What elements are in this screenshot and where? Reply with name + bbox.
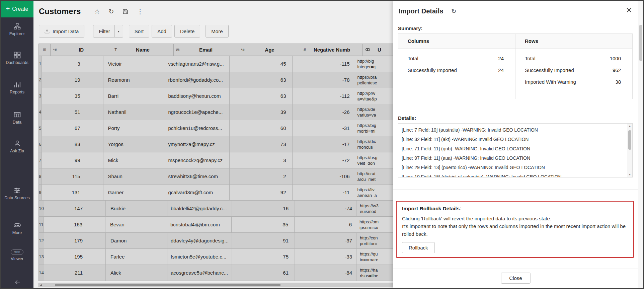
id-cell[interactable]: 3 bbox=[42, 56, 103, 72]
row-number-cell[interactable]: 1 bbox=[38, 56, 42, 72]
email-cell[interactable]: fsmieton5e@youtube.c... bbox=[167, 249, 232, 265]
name-cell[interactable]: Porty bbox=[103, 120, 165, 136]
age-cell[interactable]: 75 bbox=[232, 249, 295, 265]
sidebar-item-reports[interactable]: Reports bbox=[1, 81, 33, 95]
row-number-cell[interactable]: 8 bbox=[38, 168, 42, 185]
email-cell[interactable]: bcristobal4i@ibm.com bbox=[167, 217, 232, 233]
email-cell[interactable]: ngroucock1e@apache... bbox=[165, 104, 230, 120]
filter-button[interactable]: Filter ▾ bbox=[93, 25, 123, 38]
name-cell[interactable]: Alick bbox=[106, 265, 167, 281]
import-data-button[interactable]: Import Data bbox=[39, 25, 84, 38]
negative-numb-cell[interactable]: -112 bbox=[293, 88, 354, 104]
negative-numb-cell[interactable]: -74 bbox=[295, 201, 356, 217]
age-cell[interactable]: 2 bbox=[230, 168, 293, 185]
more-button[interactable]: More bbox=[206, 25, 228, 38]
negative-numb-cell[interactable]: -26 bbox=[293, 104, 354, 120]
negative-numb-cell[interactable]: -6 bbox=[295, 217, 356, 233]
name-cell[interactable]: Victoir bbox=[103, 56, 165, 72]
negative-numb-cell[interactable]: -37 bbox=[295, 233, 356, 249]
id-cell[interactable]: 211 bbox=[44, 265, 106, 281]
name-cell[interactable]: Buckie bbox=[106, 201, 167, 217]
sidebar-item-dashboards[interactable]: Dashboards bbox=[1, 52, 33, 65]
id-cell[interactable]: 115 bbox=[42, 168, 103, 185]
favorite-star-icon[interactable]: ☆ bbox=[94, 8, 100, 15]
email-cell[interactable]: rbenfordi@godaddy.co... bbox=[165, 72, 230, 88]
age-cell[interactable]: 63 bbox=[230, 88, 293, 104]
sidebar-item-explorer[interactable]: Explorer bbox=[1, 23, 33, 37]
name-cell[interactable]: Mick bbox=[103, 152, 165, 168]
select-all-cell[interactable]: ⊞ bbox=[38, 44, 51, 56]
id-cell[interactable]: 51 bbox=[42, 104, 103, 120]
scroll-left-icon[interactable]: ◀ bbox=[40, 284, 42, 287]
age-cell[interactable]: 60 bbox=[230, 120, 293, 136]
close-button[interactable]: Close bbox=[501, 273, 530, 284]
age-cell[interactable]: 61 bbox=[232, 265, 295, 281]
negative-numb-cell[interactable]: -84 bbox=[295, 265, 356, 281]
details-scrollbar[interactable]: ▲ ▼ bbox=[627, 124, 632, 177]
rollback-button[interactable]: Rollback bbox=[402, 242, 435, 253]
email-cell[interactable]: gcalvard3m@ft.com bbox=[165, 185, 230, 201]
name-cell[interactable]: Damon bbox=[106, 233, 167, 249]
sidebar-item-data[interactable]: Data bbox=[1, 111, 33, 125]
row-number-cell[interactable]: 4 bbox=[38, 104, 42, 120]
sort-button[interactable]: Sort bbox=[129, 25, 150, 38]
email-cell[interactable]: pchicken1u@redcross... bbox=[165, 120, 230, 136]
name-cell[interactable]: Farlee bbox=[106, 249, 167, 265]
row-number-cell[interactable]: 9 bbox=[38, 185, 42, 201]
negative-numb-cell[interactable]: -72 bbox=[293, 152, 354, 168]
row-number-cell[interactable]: 10 bbox=[38, 201, 44, 217]
row-number-cell[interactable]: 14 bbox=[38, 265, 44, 281]
age-cell[interactable]: 73 bbox=[230, 136, 293, 152]
id-cell[interactable]: 147 bbox=[44, 201, 106, 217]
row-number-cell[interactable]: 5 bbox=[38, 120, 42, 136]
id-cell[interactable]: 163 bbox=[44, 217, 105, 233]
save-icon[interactable] bbox=[123, 9, 128, 14]
sidebar-item-ask-zia[interactable]: Ask Zia bbox=[1, 140, 33, 154]
age-cell[interactable]: 16 bbox=[232, 201, 295, 217]
viewer-toggle[interactable]: OFF bbox=[11, 249, 23, 255]
column-header-negative-numb[interactable]: #Negative Numb bbox=[301, 44, 363, 56]
name-cell[interactable]: Garner bbox=[103, 185, 165, 201]
row-number-cell[interactable]: 6 bbox=[38, 136, 42, 152]
name-cell[interactable]: Bevan bbox=[105, 217, 167, 233]
name-cell[interactable]: Yorgos bbox=[103, 136, 165, 152]
id-cell[interactable]: 131 bbox=[42, 185, 103, 201]
scroll-up-icon[interactable]: ▲ bbox=[627, 125, 632, 128]
negative-numb-cell[interactable]: -17 bbox=[293, 136, 354, 152]
horizontal-scroll-thumb[interactable] bbox=[55, 284, 280, 286]
name-cell[interactable]: Reamonn bbox=[103, 72, 165, 88]
email-cell[interactable]: vschlagtmans2@nsw.g... bbox=[165, 56, 230, 72]
kebab-menu-icon[interactable]: ⋮ bbox=[137, 8, 143, 15]
id-cell[interactable]: 179 bbox=[44, 233, 106, 249]
row-number-cell[interactable]: 13 bbox=[38, 249, 44, 265]
email-cell[interactable]: strewhitt36@time.com bbox=[165, 168, 230, 185]
negative-numb-cell[interactable]: -115 bbox=[293, 56, 354, 72]
add-button[interactable]: Add bbox=[152, 25, 172, 38]
column-header-id[interactable]: ⁺#ID bbox=[51, 44, 112, 56]
name-cell[interactable]: Nathanil bbox=[103, 104, 165, 120]
id-cell[interactable]: 35 bbox=[42, 88, 103, 104]
row-number-cell[interactable]: 7 bbox=[38, 152, 42, 168]
row-number-cell[interactable]: 12 bbox=[38, 233, 44, 249]
refresh-icon[interactable]: ↻ bbox=[108, 8, 114, 15]
age-cell[interactable]: 91 bbox=[232, 233, 295, 249]
id-cell[interactable]: 99 bbox=[42, 152, 103, 168]
name-cell[interactable]: Barri bbox=[103, 88, 165, 104]
age-cell[interactable]: 45 bbox=[230, 56, 293, 72]
email-cell[interactable]: ymynott2a@mapy.cz bbox=[165, 136, 230, 152]
id-cell[interactable]: 83 bbox=[42, 136, 103, 152]
negative-numb-cell[interactable]: -78 bbox=[293, 72, 354, 88]
column-header-email[interactable]: ✉Email bbox=[174, 44, 238, 56]
sidebar-collapse-button[interactable] bbox=[1, 279, 33, 286]
negative-numb-cell[interactable]: -33 bbox=[295, 249, 356, 265]
sidebar-item-data-sources[interactable]: Data Sources bbox=[1, 187, 33, 201]
email-cell[interactable]: acosgreave5u@behanc... bbox=[167, 265, 232, 281]
row-number-cell[interactable]: 2 bbox=[38, 72, 42, 88]
email-cell[interactable]: bbaldelli42@godaddy.c... bbox=[167, 201, 232, 217]
age-cell[interactable]: 39 bbox=[230, 104, 293, 120]
row-number-cell[interactable]: 11 bbox=[38, 217, 44, 233]
email-cell[interactable]: baddisony@hexun.com bbox=[165, 88, 230, 104]
negative-numb-cell[interactable]: -106 bbox=[293, 168, 354, 185]
scroll-down-icon[interactable]: ▼ bbox=[627, 173, 632, 176]
refresh-icon[interactable]: ↻ bbox=[451, 8, 456, 14]
